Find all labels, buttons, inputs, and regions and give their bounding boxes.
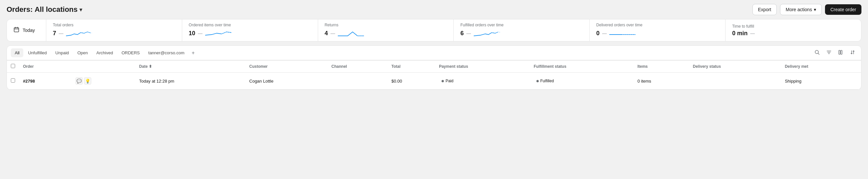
td-order-icons: 💬 💡 — [70, 73, 135, 90]
tab-orders[interactable]: ORDERS — [118, 48, 144, 57]
th-order-label: Order — [23, 64, 34, 69]
stat-delivered-orders[interactable]: Delivered orders over time 0 — — [590, 19, 725, 41]
th-customer: Customer — [245, 60, 327, 73]
stat-fulfilled-orders[interactable]: Fulfilled orders over time 6 — — [454, 19, 590, 41]
th-items: Items — [633, 60, 689, 73]
table-header-row: Order Date ⬍ Customer Channel Total Paym — [7, 60, 861, 73]
filter-bar: All Unfulfilled Unpaid Open Archived ORD… — [6, 45, 862, 60]
page-title: Orders: All locations ▾ — [6, 5, 82, 14]
stat-returns-value: 4 — [325, 30, 328, 37]
payment-status-dot — [441, 80, 444, 82]
sort-button[interactable] — [848, 48, 857, 58]
stat-total-orders-value: 7 — [53, 30, 56, 37]
stat-fulfilled-orders-label: Fulfilled orders over time — [460, 23, 583, 27]
columns-icon — [838, 50, 843, 55]
th-channel: Channel — [328, 60, 388, 73]
th-channel-label: Channel — [332, 64, 347, 69]
td-order-number[interactable]: #2798 — [19, 73, 70, 90]
create-order-button[interactable]: Create order — [825, 4, 862, 15]
filter-bar-actions — [812, 48, 857, 58]
tab-unpaid[interactable]: Unpaid — [52, 48, 73, 57]
filter-tabs: All Unfulfilled Unpaid Open Archived ORD… — [11, 46, 197, 60]
stat-delivered-orders-dash: — — [602, 31, 607, 36]
stats-today[interactable]: Today — [7, 19, 46, 41]
th-items-label: Items — [638, 64, 648, 69]
select-all-checkbox[interactable] — [11, 64, 15, 68]
stat-fulfilled-orders-chart — [474, 29, 500, 38]
order-tag-icon: 💡 — [84, 77, 91, 84]
stat-ordered-items-label: Ordered items over time — [189, 23, 311, 27]
stat-returns-label: Returns — [325, 23, 447, 27]
search-icon — [814, 50, 820, 55]
tab-unfulfilled[interactable]: Unfulfilled — [24, 48, 51, 57]
stats-bar: Today Total orders 7 — Ordered items ove… — [6, 19, 862, 42]
header-actions: Export More actions ▾ Create order — [752, 4, 862, 15]
stat-ordered-items-value: 10 — [189, 30, 195, 37]
stat-ordered-items-dash: — — [198, 31, 203, 36]
stat-delivered-orders-row: 0 — — [596, 29, 719, 38]
td-delivery-met: Shipping — [781, 73, 861, 90]
more-actions-label: More actions — [785, 7, 812, 12]
filter-button[interactable] — [824, 48, 834, 58]
stat-fulfilled-orders-value: 6 — [460, 30, 464, 37]
fulfillment-status-dot — [536, 80, 539, 82]
stat-returns[interactable]: Returns 4 — — [318, 19, 454, 41]
td-checkbox — [7, 73, 19, 90]
stat-total-orders[interactable]: Total orders 7 — — [46, 19, 182, 41]
tab-archived[interactable]: Archived — [93, 48, 117, 57]
export-button[interactable]: Export — [752, 4, 777, 15]
stat-fulfilled-orders-row: 6 — — [460, 29, 583, 38]
td-total: $0.00 — [388, 73, 435, 90]
th-date[interactable]: Date ⬍ — [135, 60, 245, 73]
title-location: All locations — [34, 5, 78, 14]
svg-rect-12 — [841, 50, 842, 54]
stat-ordered-items[interactable]: Ordered items over time 10 — — [182, 19, 318, 41]
td-delivery-status — [689, 73, 781, 90]
th-total-label: Total — [391, 64, 401, 69]
stat-returns-row: 4 — — [325, 29, 447, 38]
stat-ordered-items-chart — [205, 29, 231, 38]
title-prefix: Orders: — [6, 5, 32, 14]
stat-time-to-fulfill-dash: — — [750, 31, 755, 36]
more-actions-chevron-icon: ▾ — [814, 7, 816, 12]
more-actions-button[interactable]: More actions ▾ — [780, 4, 822, 15]
tab-tanner[interactable]: tanner@corso.com — [145, 48, 188, 57]
table-row[interactable]: #2798 💬 💡 Today at 12:28 pm Cogan Lottle… — [7, 73, 861, 90]
td-fulfillment-status: Fulfilled — [530, 73, 633, 90]
row-checkbox[interactable] — [11, 78, 15, 83]
th-fulfillment-status: Fulfillment status — [530, 60, 633, 73]
th-delivery-met-label: Delivery met — [785, 64, 808, 69]
orders-table-container: Order Date ⬍ Customer Channel Total Paym — [6, 60, 862, 90]
td-date: Today at 12:28 pm — [135, 73, 245, 90]
stat-time-to-fulfill[interactable]: Time to fulfill 0 min — — [725, 19, 861, 41]
order-note-icon: 💬 — [75, 77, 83, 84]
location-dropdown-icon[interactable]: ▾ — [80, 6, 82, 13]
columns-button[interactable] — [836, 48, 845, 58]
stat-total-orders-row: 7 — — [53, 29, 175, 38]
payment-status-label: Paid — [445, 79, 453, 83]
stat-total-orders-chart — [66, 29, 92, 38]
order-link[interactable]: #2798 — [23, 79, 35, 83]
search-button[interactable] — [812, 48, 822, 58]
page-header: Orders: All locations ▾ Export More acti… — [0, 0, 868, 19]
order-icon-group: 💬 💡 — [75, 77, 91, 84]
svg-line-7 — [818, 53, 819, 55]
tab-open[interactable]: Open — [73, 48, 92, 57]
tab-all[interactable]: All — [11, 48, 23, 57]
sort-icon — [850, 50, 855, 55]
th-delivery-met: Delivery met — [781, 60, 861, 73]
th-delivery-status: Delivery status — [689, 60, 781, 73]
tab-add-button[interactable]: + — [189, 49, 197, 57]
th-date-sort-icon: ⬍ — [149, 64, 152, 69]
td-channel — [328, 73, 388, 90]
td-customer[interactable]: Cogan Lottle — [245, 73, 327, 90]
th-delivery-status-label: Delivery status — [693, 64, 721, 69]
today-label: Today — [23, 28, 35, 33]
stat-fulfilled-orders-dash: — — [466, 31, 471, 36]
th-payment-status-label: Payment status — [439, 64, 468, 69]
th-checkbox — [7, 60, 19, 73]
orders-table: Order Date ⬍ Customer Channel Total Paym — [7, 60, 861, 90]
td-payment-status: Paid — [435, 73, 530, 90]
stat-time-to-fulfill-value: 0 min — [732, 30, 747, 37]
filter-icon — [826, 50, 832, 55]
